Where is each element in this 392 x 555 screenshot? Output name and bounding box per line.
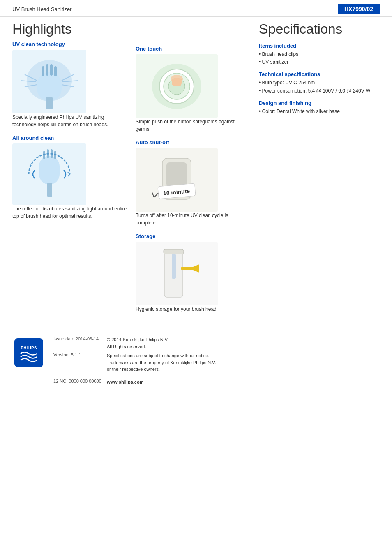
svg-rect-3 <box>42 66 44 76</box>
spec-item-1-1: Power consumption: 5.4 @ 100V / 6.0 @ 24… <box>259 87 380 95</box>
specs-title: Specifications <box>259 21 380 37</box>
items-included-title: Items included <box>259 43 380 49</box>
footer-info: Issue date 2014-03-14 © 2014 Koninklijke… <box>53 336 380 385</box>
auto-shutoff-desc: Turns off after 10-minute UV clean cycle… <box>136 212 251 227</box>
svg-rect-15 <box>39 156 60 185</box>
storage-title: Storage <box>136 233 251 239</box>
all-around-image <box>12 143 86 205</box>
svg-text:PHILIPS: PHILIPS <box>21 346 37 350</box>
version-label: Version: 5.1.1 <box>53 352 107 373</box>
header: UV Brush Head Sanitizer HX7990/02 <box>0 0 392 17</box>
spec-item-2-0: Color: Dental White with silver base <box>259 108 380 116</box>
highlights-column: Highlights UV clean technology <box>12 21 127 319</box>
feature-all-around: All around clean The reflecto <box>12 135 127 220</box>
auto-shutoff-title: Auto shut-off <box>136 139 251 146</box>
feature-uv-clean: UV clean technology <box>12 41 127 128</box>
svg-rect-5 <box>50 64 53 76</box>
svg-rect-13 <box>46 97 53 109</box>
uv-clean-image <box>12 50 86 113</box>
feature-one-touch: One touch Simple push of the button safe… <box>136 46 251 133</box>
storage-desc: Hygienic storage for your brush head. <box>136 305 251 313</box>
technical-specs-title: Technical specifications <box>259 71 380 77</box>
svg-rect-2 <box>37 72 62 101</box>
svg-rect-30 <box>166 162 187 187</box>
version-text: Specifications are subject to change wit… <box>107 352 380 373</box>
spec-item-0-1: UV sanitizer <box>259 58 380 66</box>
all-around-title: All around clean <box>12 135 127 141</box>
uv-clean-desc: Specially engineered Philips UV sanitizi… <box>12 113 127 128</box>
uv-clean-title: UV clean technology <box>12 41 127 47</box>
nc-label: 12 NC: 0000 000 00000 <box>53 375 107 386</box>
main-content: Highlights UV clean technology <box>0 17 392 328</box>
one-touch-desc: Simple push of the button safeguards aga… <box>136 118 251 133</box>
footer: PHILIPS Issue date 2014-03-14 © 2014 Kon… <box>12 328 380 393</box>
spec-item-0-0: Brush head clips <box>259 51 380 58</box>
svg-rect-27 <box>172 78 182 86</box>
svg-rect-35 <box>172 254 176 279</box>
one-touch-image <box>136 54 218 118</box>
highlights-title: Highlights <box>12 21 127 37</box>
copyright-text: © 2014 Koninklijke Philips N.V.All Right… <box>107 336 380 350</box>
website: www.philips.com <box>107 375 380 386</box>
product-name: UV Brush Head Sanitizer <box>12 6 72 12</box>
feature-storage: Storage Hygienic storage for your brush … <box>136 233 251 313</box>
svg-rect-37 <box>181 267 199 270</box>
svg-rect-40 <box>14 338 43 367</box>
auto-shutoff-image: 10 minute <box>136 148 218 212</box>
specifications-column: Specifications Items included Brush head… <box>259 21 380 319</box>
design-finishing-title: Design and finishing <box>259 100 380 106</box>
svg-rect-6 <box>54 66 57 76</box>
svg-rect-4 <box>46 64 48 76</box>
model-number: HX7990/02 <box>338 4 380 14</box>
svg-rect-38 <box>164 249 184 254</box>
issue-date-label: Issue date 2014-03-14 <box>53 336 107 350</box>
svg-rect-20 <box>47 183 52 197</box>
spec-group-technical: Technical specifications Bulb type: UV-C… <box>259 71 380 95</box>
one-touch-title: One touch <box>136 46 251 52</box>
philips-logo: PHILIPS <box>12 336 45 369</box>
spec-group-design: Design and finishing Color: Dental White… <box>259 100 380 116</box>
spec-item-1-0: Bulb type: UV-C 254 nm <box>259 79 380 87</box>
all-around-desc: The reflector distributes sanitizing lig… <box>12 205 127 220</box>
center-column: One touch Simple push of the button safe… <box>136 21 251 319</box>
feature-auto-shutoff: Auto shut-off 10 minute Turns off after … <box>136 139 251 227</box>
storage-image <box>136 242 218 305</box>
spec-group-items-included: Items included Brush head clips UV sanit… <box>259 43 380 66</box>
